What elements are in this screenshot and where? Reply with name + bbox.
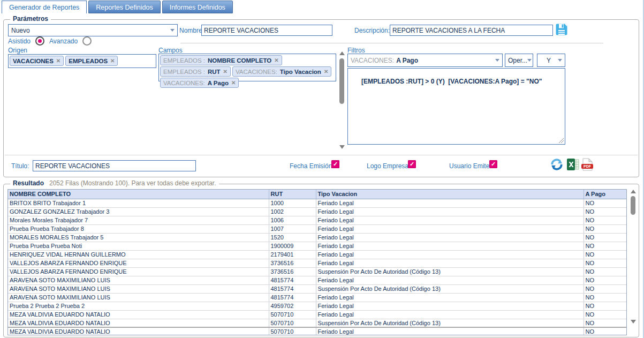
result-scrollbar[interactable]: [630, 189, 637, 324]
table-row[interactable]: VALLEJOS ABARZA FERNANDO ENRIQUE3736516F…: [8, 259, 626, 267]
titulo-input[interactable]: REPORTE VACACIONES: [33, 160, 196, 171]
campo-tag-prefix: EMPLEADOS :: [163, 57, 205, 64]
campos-tags[interactable]: EMPLEADOS :NOMBRE COMPLETO✕EMPLEADOS :RU…: [158, 54, 336, 81]
scroll-up-arrow-icon[interactable]: [339, 51, 345, 55]
table-row[interactable]: Prueba Prueba Trabajador 81007Feriado Le…: [8, 224, 626, 233]
remove-tag-icon[interactable]: ✕: [223, 69, 228, 74]
table-cell: Prueba Prueba Prueba Noti: [8, 242, 269, 250]
resultado-summary-text: 2052 Filas (Mostrando 100). Para ver tod…: [49, 179, 216, 187]
remove-tag-icon[interactable]: ✕: [324, 69, 328, 74]
table-cell: Feriado Legal: [316, 310, 584, 319]
column-header[interactable]: NOMBRE COMPLETO: [8, 190, 269, 199]
remove-tag-icon[interactable]: ✕: [274, 57, 278, 63]
filtro-expresion-textarea[interactable]: [EMPLEADOS :RUT] > 0 (Y) [VACACIONES:A P…: [347, 68, 565, 145]
table-row[interactable]: Prueba Prueba Prueba Noti1900009Feriado …: [8, 242, 626, 250]
export-excel-button[interactable]: [566, 157, 580, 171]
nombre-label: Nombre:: [179, 27, 204, 34]
scroll-down-arrow-icon[interactable]: [339, 145, 345, 149]
scrollbar-thumb[interactable]: [631, 196, 635, 215]
table-cell: Prueba 2 Prueba 2 Prueba 2: [8, 302, 269, 310]
filtro-campo-select[interactable]: VACACIONES: A Pago: [347, 54, 503, 67]
table-row[interactable]: VALLEJOS ABARZA FERNANDO ENRIQUE3736516S…: [8, 267, 626, 276]
table-cell: 1520: [269, 233, 316, 242]
asistido-radio[interactable]: [35, 36, 44, 46]
table-row[interactable]: ARAVENA SOTO MAXIMILIANO LUIS4815774Feri…: [8, 276, 626, 284]
campos-scrollbar[interactable]: [338, 51, 346, 149]
tab-reportes-definidos[interactable]: Reportes Definidos: [88, 1, 160, 13]
campo-tag-label: Tipo Vacacion: [280, 69, 321, 75]
resultado-section: Resultado2052 Filas (Mostrando 100). Par…: [3, 184, 639, 337]
table-cell: NO: [584, 224, 626, 233]
origen-tags[interactable]: VACACIONES✕EMPLEADOS✕: [8, 54, 156, 68]
table-cell: Feriado Legal: [316, 242, 584, 250]
scroll-up-arrow-icon[interactable]: [631, 190, 636, 193]
resultado-legend: Resultado2052 Filas (Mostrando 100). Par…: [10, 179, 219, 187]
table-cell: Morales Morales Trabajador 7: [8, 216, 269, 224]
campo-tag-label: RUT: [208, 69, 221, 75]
table-cell: 3736516: [269, 267, 316, 276]
scrollbar-thumb[interactable]: [339, 58, 344, 104]
scroll-down-arrow-icon[interactable]: [631, 320, 636, 324]
table-cell: 1007: [269, 224, 316, 233]
usuario-emite-checkbox[interactable]: ✓: [489, 160, 497, 168]
table-row[interactable]: MORALES MORALES Trabajador 51520Feriado …: [8, 233, 626, 242]
save-icon: [555, 22, 569, 36]
logo-empresa-checkbox[interactable]: ✓: [408, 160, 416, 168]
svg-text:PDF: PDF: [584, 164, 592, 168]
table-cell: Feriado Legal: [316, 259, 584, 267]
table-row[interactable]: Morales Morales Trabajador 71006Feriado …: [8, 216, 626, 224]
chevron-down-icon: [527, 59, 532, 62]
table-row[interactable]: MEZA VALDIVIA EDUARDO NATALIO5070710Feri…: [8, 310, 626, 319]
filtro-operador-value: Oper...: [508, 57, 527, 64]
campo-tag: VACACIONES:A Pago✕: [160, 78, 239, 88]
table-cell: Feriado Legal: [316, 302, 584, 310]
table-cell: NO: [584, 259, 626, 267]
table-row[interactable]: HENRIQUEZ VIDAL HERNAN GUILLERMO2179401F…: [8, 250, 626, 259]
table-row[interactable]: BRITOX BRITO Trabajador 11000Feriado Leg…: [8, 199, 626, 207]
report-select[interactable]: Nuevo: [8, 24, 178, 36]
fecha-emision-checkbox[interactable]: ✓: [331, 160, 339, 168]
table-row[interactable]: GONZALEZ GONZALEZ Trabajador 31002Feriad…: [8, 207, 626, 216]
table-cell: 5070710: [269, 327, 316, 335]
resize-handle[interactable]: [559, 138, 564, 143]
campo-tag-label: NOMBRE COMPLETO: [208, 57, 271, 64]
avanzado-radio[interactable]: [82, 36, 92, 46]
nombre-input-value: REPORTE VACACIONES: [204, 27, 278, 34]
table-cell: VALLEJOS ABARZA FERNANDO ENRIQUE: [8, 259, 269, 267]
origen-tag-label: EMPLEADOS: [69, 58, 108, 64]
table-cell: NO: [584, 302, 626, 310]
table-row[interactable]: MEZA VALDIVIA EDUARDO NATALIO5070710Feri…: [8, 327, 626, 335]
filtro-operador-select[interactable]: Oper...: [505, 54, 533, 67]
refresh-button[interactable]: [549, 157, 564, 172]
nombre-input[interactable]: REPORTE VACACIONES: [201, 25, 332, 36]
table-cell: MEZA VALDIVIA EDUARDO NATALIO: [8, 327, 269, 335]
table-row[interactable]: MEZA VALDIVIA EDUARDO NATALIO5070710Susp…: [8, 319, 626, 327]
save-button[interactable]: [555, 22, 569, 36]
descripcion-input[interactable]: REPORTE VACACIONES A LA FECHA: [390, 25, 553, 36]
report-select-value: Nuevo: [11, 27, 30, 34]
remove-tag-icon[interactable]: ✕: [110, 58, 115, 64]
column-header[interactable]: Tipo Vacacion: [316, 190, 584, 199]
remove-tag-icon[interactable]: ✕: [231, 80, 236, 86]
table-cell: NO: [584, 207, 626, 216]
tab-generador-de-reportes[interactable]: Generador de Reportes: [2, 1, 87, 13]
table-cell: 4815774: [269, 284, 316, 293]
export-pdf-button[interactable]: PDF: [580, 157, 594, 171]
table-cell: NO: [584, 276, 626, 284]
column-header[interactable]: RUT: [269, 190, 316, 199]
column-header[interactable]: A Pago: [584, 190, 626, 199]
remove-tag-icon[interactable]: ✕: [56, 58, 60, 64]
campo-tag-prefix: VACACIONES:: [236, 69, 277, 75]
table-cell: Feriado Legal: [316, 293, 584, 302]
table-cell: 1000: [269, 199, 316, 207]
filtro-conector-select[interactable]: Y: [537, 54, 565, 67]
filtro-campo-value: A Pago: [396, 57, 418, 64]
radio-dot: [38, 39, 42, 43]
table-row[interactable]: Prueba 2 Prueba 2 Prueba 24959702Feriado…: [8, 302, 626, 310]
table-row[interactable]: ARAVENA SOTO MAXIMILIANO LUIS4815774Feri…: [8, 293, 626, 302]
table-cell: Prueba Prueba Trabajador 8: [8, 224, 269, 233]
table-cell: NO: [584, 216, 626, 224]
chevron-down-icon: [495, 59, 499, 62]
tab-informes-definidos[interactable]: Informes Definidos: [162, 1, 233, 13]
table-row[interactable]: ARAVENA SOTO MAXIMILIANO LUIS4815774Susp…: [8, 284, 626, 293]
